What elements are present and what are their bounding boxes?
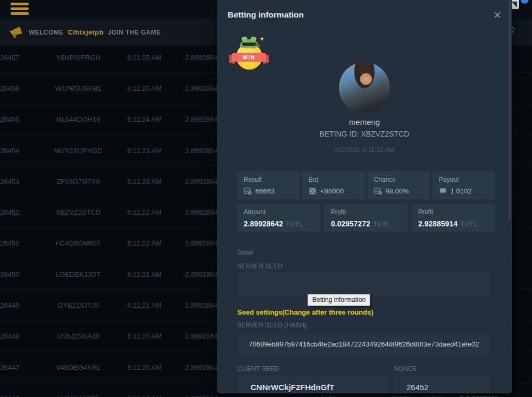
bet-time: 6:11:25 AM: [127, 53, 165, 61]
bet-player: XBZVZ2STCD: [45, 208, 111, 216]
currency-label: TRTL: [373, 220, 390, 228]
bet-id: 26448: [0, 332, 19, 340]
bet-id: 26450: [0, 270, 19, 278]
modal-scrollbar[interactable]: [509, 1, 511, 220]
bet-time: 6:11:22 AM: [127, 208, 165, 216]
bet-player: HJ3F5J4FTT: [45, 394, 111, 397]
bet-amount: 2.8992864: [185, 332, 218, 340]
win-ribbon: WIN: [232, 53, 266, 62]
stat-value: 66663: [255, 187, 275, 195]
stat-label: Profit: [331, 208, 401, 216]
stat-label: Payout: [439, 176, 488, 183]
banner-welcome: WELCOME: [29, 29, 63, 36]
stat-label: Amount: [244, 208, 314, 216]
bet-profit: 0.0289501: [466, 394, 498, 397]
avatar[interactable]: [339, 62, 390, 113]
banner-text: WELCOME Clhtxjetpb JOIN THE GAME: [29, 28, 161, 36]
bet-id: 26452: [0, 208, 19, 216]
server-seed-input[interactable]: [237, 273, 491, 297]
stat-bet: Bet <98000: [302, 171, 364, 199]
stat-payout: Payout 1.0102: [433, 171, 495, 199]
bet-amount: 2.8992864: [185, 301, 218, 309]
modal-title: Betting information: [228, 10, 304, 20]
bet-id: 26456: [0, 84, 19, 92]
bet-amount: 2.8992864: [185, 115, 218, 123]
bet-result: 66663: [391, 394, 410, 397]
profit-total-box: Profit 2.92885914TRTL: [412, 204, 495, 232]
bet-amount: 2.8992864: [185, 363, 218, 371]
bet-id: 26449: [0, 301, 19, 309]
seed-settings-link[interactable]: Seed settings(Change after three rounds): [237, 308, 373, 316]
bet-id: 26451: [0, 239, 19, 247]
win-label: WIN: [243, 55, 255, 61]
bet-id: 26455: [0, 115, 19, 123]
bet-player: MUY2XUPYGD: [45, 146, 111, 154]
profit-total-value: 2.92885914: [418, 219, 458, 228]
close-icon[interactable]: ×: [491, 5, 504, 24]
bet-time: 6:11:23 AM: [127, 177, 165, 185]
currency-label: TRTL: [286, 220, 303, 228]
bet-id: 26454: [0, 146, 19, 154]
profit-value: 0.02957272: [331, 219, 370, 228]
stat-value: 1.0102: [451, 187, 472, 195]
nonce-label: NONCE: [394, 365, 417, 373]
bet-time: 6:11:22 AM: [127, 239, 165, 247]
bet-amount: 2.8992864: [185, 53, 218, 61]
banner-join: JOIN THE GAME: [108, 29, 161, 36]
bet-time: 6:11:20 AM: [127, 363, 165, 371]
bet-amount: 2.8992864: [185, 239, 218, 247]
server-seed-hash-input[interactable]: 70689eb897b97416cb4fe2ad18472243492648f9…: [237, 333, 491, 355]
bet-player: W1PB5USKB1: [45, 84, 111, 92]
bet-player: FC4Q6OM60T: [45, 239, 111, 247]
bet-amount: 2.8992864: [185, 208, 218, 216]
bet-amount: 2.8992864: [185, 394, 218, 397]
bet-player: V48OEG4KRL: [45, 363, 111, 371]
bet-amount: 2.8992864: [185, 270, 218, 278]
stat-result: Result 66663: [237, 171, 300, 199]
client-seed-label: CLIENT SEED: [237, 365, 279, 373]
betting-information-modal: Betting information × ✦ WIN memeng BETIN…: [217, 0, 512, 393]
win-badge: ✦ WIN: [232, 39, 266, 70]
stat-value: 98.00%: [386, 187, 409, 195]
client-seed-input[interactable]: CNNrWCkjF2FHdnGfT: [237, 376, 390, 393]
dice-icon: [309, 187, 317, 195]
banner-username: Clhtxjetpb: [68, 28, 104, 36]
image-check-icon: [374, 187, 382, 195]
server-seed-label: SERVER SEED: [237, 263, 282, 270]
nonce-input[interactable]: 26452: [393, 376, 491, 393]
sparkle-icon: ✦: [260, 36, 264, 43]
bet-time: 6:11:19 AM: [127, 394, 165, 397]
betting-id: BETING ID: XBZVZ2STCD: [217, 130, 512, 138]
bet-time: 6:11:21 AM: [127, 301, 165, 309]
stat-label: Chance: [374, 176, 423, 183]
bet-amount: 2.8992864: [185, 84, 218, 92]
bet-time: 6:11:24 AM: [127, 115, 165, 123]
currency-label: TRTL: [460, 220, 477, 228]
bet-date: 3/2/2020, 6:11:22 AM: [217, 146, 512, 154]
bet-time: 6:11:25 AM: [127, 84, 165, 92]
stat-chance: Chance 98.00%: [368, 171, 430, 199]
stat-value: <98000: [320, 187, 344, 195]
bet-time: 6:11:20 AM: [127, 332, 165, 340]
image-check-icon: [244, 187, 252, 195]
native-tooltip: Betting information: [307, 294, 370, 306]
bet-player: US5J2SKA39: [45, 332, 111, 340]
bet-time: 6:11:23 AM: [127, 146, 165, 154]
wallet-icon: [439, 187, 447, 195]
megaphone-icon: [9, 25, 23, 39]
stat-label: Profit: [418, 208, 488, 216]
bet-player: LGEDEKJJOT: [45, 270, 111, 278]
bet-id: 26453: [0, 177, 19, 185]
menu-hamburger-icon[interactable]: [11, 3, 29, 16]
stats-row-2: Amount 2.89928642TRTL Profit 0.02957272T…: [237, 204, 495, 232]
bet-player: NL544QOH19: [45, 115, 111, 123]
stat-label: Bet: [309, 176, 358, 183]
stats-row-1: Result 66663 Bet <98000: [237, 171, 495, 199]
bet-id: 26457: [0, 53, 19, 61]
bet-amount: 2.8992864: [185, 177, 218, 185]
player-name: memeng: [217, 117, 512, 126]
stat-label: Result: [244, 176, 293, 183]
bet-id: 26447: [0, 363, 19, 371]
bet-id: 26446: [0, 394, 19, 397]
bet-payout: 1.0102: [315, 394, 336, 397]
